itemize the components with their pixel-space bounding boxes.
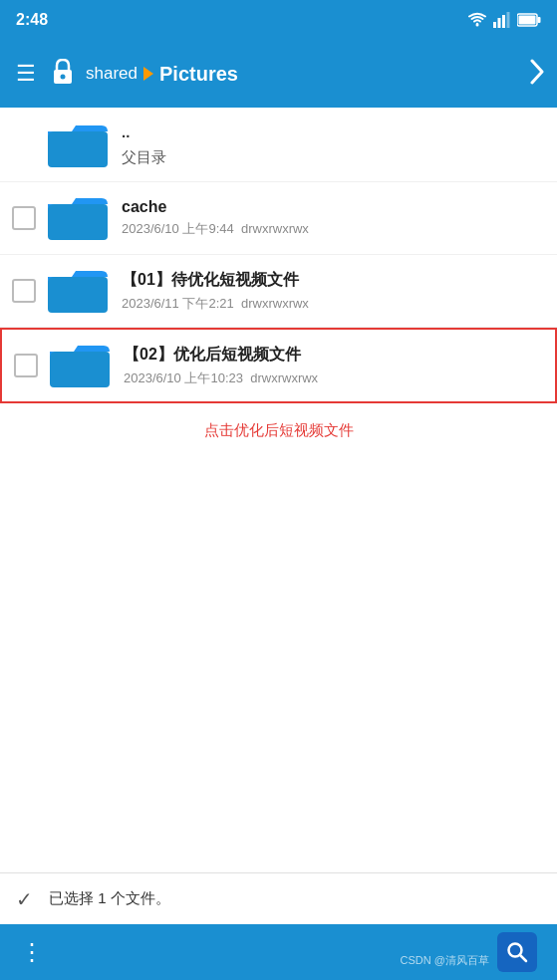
signal-icon [493, 12, 511, 28]
list-item[interactable]: cache 2023/6/10 上午9:44 drwxrwxrwx [0, 182, 557, 255]
toolbar: ☰ shared Pictures [0, 40, 557, 108]
folder-icon-02 [50, 340, 110, 391]
list-item[interactable]: 【01】待优化短视频文件 2023/6/11 下午2:21 drwxrwxrwx [0, 255, 557, 328]
file-name-02: 【02】优化后短视频文件 [124, 345, 318, 366]
file-name-01: 【01】待优化短视频文件 [122, 270, 309, 291]
parent-dir-row[interactable]: .. 父目录 [0, 110, 557, 182]
lock-icon [52, 59, 74, 90]
status-icons [467, 12, 541, 28]
svg-rect-4 [507, 12, 510, 28]
svg-rect-11 [48, 204, 108, 240]
svg-rect-6 [538, 17, 541, 23]
svg-point-9 [61, 74, 66, 79]
chevron-right-svg [529, 59, 545, 85]
svg-line-15 [520, 955, 526, 961]
file-info-cache: cache 2023/6/10 上午9:44 drwxrwxrwx [122, 198, 309, 238]
folder-icon-cache [48, 192, 108, 244]
click-hint: 点击优化后短视频文件 [0, 403, 557, 440]
search-icon [506, 941, 528, 963]
status-bar: 2:48 [0, 0, 557, 40]
parent-folder-icon [48, 120, 108, 171]
file-list: .. 父目录 cache 2023/6/10 上午9:44 drwxrwxrwx [0, 110, 557, 440]
file-info-02: 【02】优化后短视频文件 2023/6/10 上午10:23 drwxrwxrw… [124, 345, 318, 387]
more-options-icon[interactable]: ⋮ [20, 938, 45, 966]
breadcrumb-arrow-icon [143, 67, 153, 81]
svg-rect-1 [493, 22, 496, 28]
menu-icon[interactable]: ☰ [12, 57, 40, 91]
file-name-cache: cache [122, 198, 309, 216]
watermark: CSDN @清风百草 [401, 953, 489, 968]
breadcrumb-current: Pictures [159, 63, 238, 86]
file-meta-02: 2023/6/10 上午10:23 drwxrwxrwx [124, 369, 318, 387]
file-checkbox-01[interactable] [12, 279, 36, 303]
file-info-01: 【01】待优化短视频文件 2023/6/11 下午2:21 drwxrwxrwx [122, 270, 309, 313]
wifi-icon [467, 12, 487, 28]
file-meta-01: 2023/6/11 下午2:21 drwxrwxrwx [122, 295, 309, 313]
svg-rect-13 [50, 352, 110, 387]
svg-rect-7 [519, 16, 536, 25]
folder-icon-01 [48, 265, 108, 317]
svg-rect-2 [498, 18, 501, 28]
search-button[interactable] [497, 932, 537, 972]
list-item-selected[interactable]: 【02】优化后短视频文件 2023/6/10 上午10:23 drwxrwxrw… [0, 328, 557, 403]
svg-rect-10 [48, 131, 108, 167]
svg-rect-3 [502, 15, 505, 28]
battery-icon [517, 13, 541, 27]
status-time: 2:48 [16, 11, 48, 29]
bottom-nav: ⋮ CSDN @清风百草 [0, 924, 557, 980]
parent-dir-label: 父目录 [122, 148, 166, 167]
svg-point-0 [476, 24, 479, 27]
file-checkbox-02[interactable] [14, 354, 38, 377]
file-meta-cache: 2023/6/10 上午9:44 drwxrwxrwx [122, 220, 309, 238]
breadcrumb: shared Pictures [86, 63, 517, 86]
check-icon: ✓ [16, 887, 33, 911]
bottom-status-bar: ✓ 已选择 1 个文件。 [0, 872, 557, 924]
breadcrumb-shared: shared [86, 64, 138, 84]
status-text: 已选择 1 个文件。 [49, 889, 170, 908]
parent-dir-dots: .. [122, 123, 166, 140]
nav-forward-icon[interactable] [529, 59, 545, 90]
lock-svg [52, 59, 74, 85]
svg-rect-12 [48, 277, 108, 313]
file-checkbox-cache[interactable] [12, 206, 36, 230]
parent-dir-info: .. 父目录 [122, 123, 166, 167]
